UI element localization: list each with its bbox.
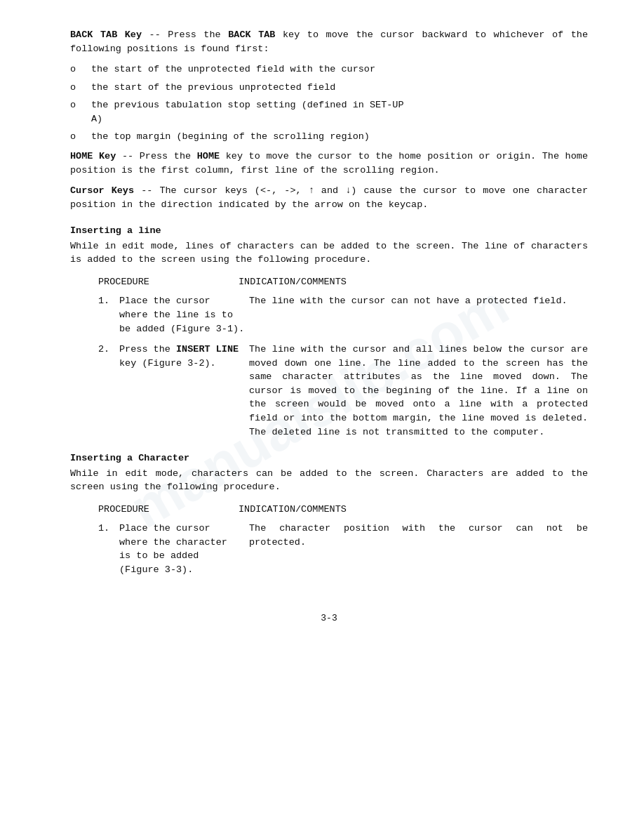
bullet-marker-3: o xyxy=(70,98,91,126)
content: BACK TAB Key -- Press the BACK TAB key t… xyxy=(70,28,588,577)
bullet-marker-2: o xyxy=(70,81,91,95)
bullet-text-1: the start of the unprotected field with … xyxy=(91,62,588,77)
bullet-marker-1: o xyxy=(70,62,91,77)
step-left-text-2: Press the INSERT LINEkey (Figure 3-2). xyxy=(119,344,239,369)
inserting-line-body: While in edit mode, lines of characters … xyxy=(70,239,588,267)
bullet-item-1: o the start of the unprotected field wit… xyxy=(70,62,588,77)
bullet-text-3: the previous tabulation stop setting (de… xyxy=(91,98,588,126)
cursor-keys-dash: -- xyxy=(134,185,152,196)
step-content-1: Place the cursorwhere the line is tobe a… xyxy=(119,294,588,336)
indication-col-label-2: INDICATION/COMMENTS xyxy=(239,503,588,517)
indication-col-label-1: INDICATION/COMMENTS xyxy=(239,275,588,289)
back-tab-label: BACK TAB Key xyxy=(70,29,142,40)
cursor-keys-label: Cursor Keys xyxy=(70,185,134,196)
bullet-item-2: o the start of the previous unprotected … xyxy=(70,81,588,95)
step-left-char-1: Place the cursorwhere the characteris to… xyxy=(119,522,249,576)
procedure-table-1: PROCEDURE INDICATION/COMMENTS 1. Place t… xyxy=(98,275,588,439)
inserting-char-header: Inserting a Character xyxy=(70,451,588,465)
bullet-item-4: o the top margin (begining of the scroll… xyxy=(70,130,588,144)
step-right-char-1: The character position with the cursor c… xyxy=(249,522,588,576)
home-key-dash: -- xyxy=(116,151,133,161)
bullet-marker-4: o xyxy=(70,130,91,144)
back-tab-text1: Press the xyxy=(161,29,228,40)
home-key-paragraph: HOME Key -- Press the HOME key to move t… xyxy=(70,150,588,177)
procedure-step-1-line: 1. Place the cursorwhere the line is tob… xyxy=(98,294,588,336)
procedure-step-1-char: 1. Place the cursorwhere the characteris… xyxy=(98,522,588,576)
bullet-text-4: the top margin (begining of the scrollin… xyxy=(91,130,588,144)
page-number: 3-3 xyxy=(321,613,337,623)
back-tab-label2: BACK TAB xyxy=(228,29,275,40)
procedure-header-1: PROCEDURE INDICATION/COMMENTS xyxy=(98,275,588,289)
procedure-table-2: PROCEDURE INDICATION/COMMENTS 1. Place t… xyxy=(98,503,588,577)
back-tab-bullets: o the start of the unprotected field wit… xyxy=(70,62,588,144)
bullet-text-2: the start of the previous unprotected fi… xyxy=(91,81,588,95)
step-content-char-1: Place the cursorwhere the characteris to… xyxy=(119,522,588,576)
step-number-1: 1. xyxy=(98,294,119,336)
inserting-line-header: Inserting a line xyxy=(70,224,588,238)
step-left-text-char-1: Place the cursorwhere the characteris to… xyxy=(119,523,227,575)
step-left-1: Place the cursorwhere the line is tobe a… xyxy=(119,294,249,336)
home-key-label2: HOME xyxy=(197,151,220,161)
procedure-header-2: PROCEDURE INDICATION/COMMENTS xyxy=(98,503,588,517)
bullet-item-3: o the previous tabulation stop setting (… xyxy=(70,98,588,126)
step-right-1: The line with the cursor can not have a … xyxy=(249,294,588,336)
step-right-text-char-1: The character position with the cursor c… xyxy=(249,523,588,548)
step-left-text-1: Place the cursorwhere the line is tobe a… xyxy=(119,296,244,333)
step-number-char-1: 1. xyxy=(98,522,119,576)
step-right-text-1: The line with the cursor can not have a … xyxy=(249,296,568,306)
inserting-char-body: While in edit mode, characters can be ad… xyxy=(70,467,588,494)
procedure-col-label-1: PROCEDURE xyxy=(98,275,239,289)
home-key-label: HOME Key xyxy=(70,151,116,161)
page-footer: 3-3 xyxy=(70,612,588,626)
home-key-text1: Press the xyxy=(133,151,197,161)
page: manualslib.com BACK TAB Key -- Press the… xyxy=(0,0,644,834)
step-left-2: Press the INSERT LINEkey (Figure 3-2). xyxy=(119,343,249,439)
back-tab-paragraph: BACK TAB Key -- Press the BACK TAB key t… xyxy=(70,28,588,55)
step-right-2: The line with the cursor and all lines b… xyxy=(249,343,588,439)
procedure-col-label-2: PROCEDURE xyxy=(98,503,239,517)
step-number-2: 2. xyxy=(98,343,119,439)
procedure-step-2-line: 2. Press the INSERT LINEkey (Figure 3-2)… xyxy=(98,343,588,439)
back-tab-dash: -- xyxy=(142,29,161,40)
step-content-2: Press the INSERT LINEkey (Figure 3-2). T… xyxy=(119,343,588,439)
step-right-text-2: The line with the cursor and all lines b… xyxy=(249,344,588,437)
cursor-keys-paragraph: Cursor Keys -- The cursor keys (<-, ->, … xyxy=(70,184,588,211)
